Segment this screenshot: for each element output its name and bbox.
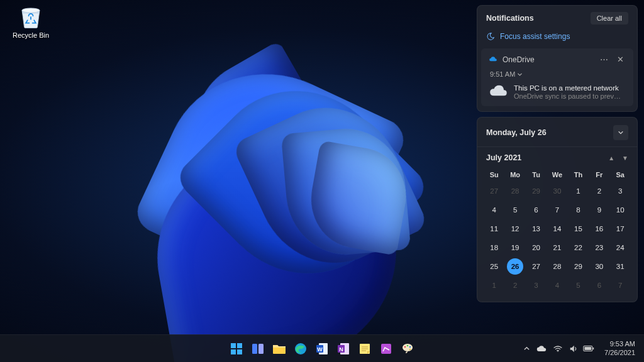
taskbar-clock[interactable]: 9:53 AM 7/26/2021 bbox=[602, 339, 638, 359]
onedrive-icon bbox=[489, 55, 497, 64]
tray-chevron-up-icon[interactable] bbox=[523, 345, 530, 352]
notifications-panel: Notifications Clear all Focus assist set… bbox=[477, 5, 638, 112]
notification-title: This PC is on a metered network bbox=[514, 84, 624, 92]
svg-point-19 bbox=[404, 346, 406, 348]
calendar-day[interactable]: 29 bbox=[528, 183, 545, 199]
calendar-day[interactable]: 1 bbox=[486, 277, 502, 293]
calendar-day[interactable]: 28 bbox=[549, 258, 565, 275]
task-view-button[interactable] bbox=[249, 340, 267, 358]
calendar-day[interactable]: 31 bbox=[612, 258, 628, 275]
calendar-day[interactable]: 15 bbox=[570, 221, 586, 237]
calendar-day[interactable]: 2 bbox=[591, 183, 608, 199]
file-explorer-button[interactable] bbox=[270, 340, 288, 358]
svg-text:W: W bbox=[317, 346, 323, 352]
folder-icon bbox=[272, 343, 286, 355]
svg-rect-25 bbox=[585, 347, 592, 350]
calendar-month-label[interactable]: July 2021 bbox=[486, 153, 521, 162]
taskbar-center-icons: W N bbox=[228, 340, 416, 358]
calendar-day[interactable]: 4 bbox=[486, 202, 502, 218]
notification-close-icon[interactable]: ✕ bbox=[615, 55, 626, 64]
edge-button[interactable] bbox=[292, 340, 309, 358]
calendar-collapse-button[interactable] bbox=[613, 125, 628, 140]
taskbar-time: 9:53 AM bbox=[604, 340, 635, 349]
screen-sketch-icon bbox=[380, 343, 392, 355]
calendar-day-today[interactable]: 26 bbox=[507, 258, 523, 275]
notification-time-row[interactable]: 9:51 AM bbox=[490, 70, 626, 78]
start-button[interactable] bbox=[228, 340, 245, 358]
calendar-day[interactable]: 27 bbox=[528, 258, 545, 275]
calendar-day[interactable]: 10 bbox=[612, 202, 628, 218]
calendar-day[interactable]: 1 bbox=[570, 183, 586, 199]
calendar-day[interactable]: 17 bbox=[612, 221, 628, 237]
calendar-day[interactable]: 12 bbox=[507, 221, 523, 237]
calendar-day[interactable]: 25 bbox=[486, 258, 502, 275]
cloud-icon bbox=[489, 84, 508, 98]
paint-button[interactable] bbox=[399, 340, 416, 358]
calendar-day[interactable]: 22 bbox=[570, 239, 586, 256]
calendar-day[interactable]: 23 bbox=[591, 239, 608, 256]
calendar-day[interactable]: 30 bbox=[591, 258, 608, 275]
calendar-day-header: Su bbox=[484, 168, 504, 181]
sticky-notes-icon bbox=[358, 343, 371, 355]
calendar-day[interactable]: 3 bbox=[612, 183, 628, 199]
notification-time: 9:51 AM bbox=[490, 70, 515, 78]
clear-all-button[interactable]: Clear all bbox=[591, 12, 628, 25]
focus-assist-link[interactable]: Focus assist settings bbox=[477, 28, 637, 48]
svg-text:N: N bbox=[339, 346, 343, 352]
calendar-prev-month[interactable]: ▲ bbox=[608, 155, 614, 162]
taskbar-date: 7/26/2021 bbox=[604, 349, 635, 358]
calendar-day[interactable]: 8 bbox=[570, 202, 586, 218]
moon-icon bbox=[486, 32, 495, 41]
onenote-button[interactable]: N bbox=[335, 340, 352, 358]
calendar-day[interactable]: 13 bbox=[528, 221, 545, 237]
calendar-day[interactable]: 3 bbox=[528, 277, 545, 293]
calendar-day[interactable]: 14 bbox=[549, 221, 565, 237]
calendar-day-header: We bbox=[547, 168, 567, 181]
svg-point-22 bbox=[409, 348, 411, 350]
word-button[interactable]: W bbox=[313, 340, 331, 358]
calendar-day[interactable]: 9 bbox=[591, 202, 608, 218]
calendar-day[interactable]: 4 bbox=[549, 277, 565, 293]
calendar-day-header: Mo bbox=[504, 168, 525, 181]
svg-point-0 bbox=[22, 8, 40, 13]
calendar-day[interactable]: 28 bbox=[507, 183, 523, 199]
calendar-day[interactable]: 6 bbox=[528, 202, 545, 218]
calendar-day[interactable]: 5 bbox=[570, 277, 586, 293]
task-view-icon bbox=[252, 343, 264, 355]
calendar-day[interactable]: 7 bbox=[612, 277, 628, 293]
calendar-day[interactable]: 27 bbox=[486, 183, 502, 199]
calendar-day[interactable]: 29 bbox=[570, 258, 586, 275]
taskbar: W N bbox=[0, 334, 644, 362]
screen-sketch-button[interactable] bbox=[377, 340, 395, 358]
calendar-day[interactable]: 21 bbox=[549, 239, 565, 256]
paint-icon bbox=[401, 343, 414, 355]
calendar-day[interactable]: 18 bbox=[486, 239, 502, 256]
svg-point-23 bbox=[557, 351, 558, 352]
calendar-day[interactable]: 30 bbox=[549, 183, 565, 199]
notification-app-name: OneDrive bbox=[502, 55, 535, 64]
wifi-icon[interactable] bbox=[553, 345, 563, 353]
recycle-bin-desktop-icon[interactable]: Recycle Bin bbox=[9, 4, 53, 39]
notification-card[interactable]: OneDrive ⋯ ✕ 9:51 AM This PC is on a met… bbox=[481, 48, 633, 106]
calendar-day[interactable]: 6 bbox=[591, 277, 608, 293]
sticky-notes-button[interactable] bbox=[356, 340, 374, 358]
calendar-day[interactable]: 2 bbox=[507, 277, 523, 293]
calendar-panel: Monday, July 26 July 2021 ▲ ▼ SuMoTuWeTh… bbox=[477, 117, 638, 302]
onedrive-tray-icon[interactable] bbox=[536, 345, 547, 353]
svg-rect-2 bbox=[237, 343, 242, 348]
battery-icon[interactable] bbox=[583, 345, 594, 352]
calendar-next-month[interactable]: ▼ bbox=[622, 155, 628, 162]
windows-logo-icon bbox=[230, 343, 243, 355]
calendar-day[interactable]: 5 bbox=[507, 202, 523, 218]
calendar-day[interactable]: 24 bbox=[612, 239, 628, 256]
recycle-bin-label: Recycle Bin bbox=[13, 31, 49, 39]
calendar-day[interactable]: 19 bbox=[507, 239, 523, 256]
calendar-day[interactable]: 7 bbox=[549, 202, 565, 218]
calendar-day[interactable]: 16 bbox=[591, 221, 608, 237]
taskbar-system-tray: 9:53 AM 7/26/2021 bbox=[523, 339, 638, 359]
calendar-day[interactable]: 11 bbox=[486, 221, 502, 237]
calendar-day-header: Th bbox=[568, 168, 589, 181]
volume-icon[interactable] bbox=[569, 344, 577, 353]
notification-more-icon[interactable]: ⋯ bbox=[598, 55, 610, 64]
calendar-day[interactable]: 20 bbox=[528, 239, 545, 256]
